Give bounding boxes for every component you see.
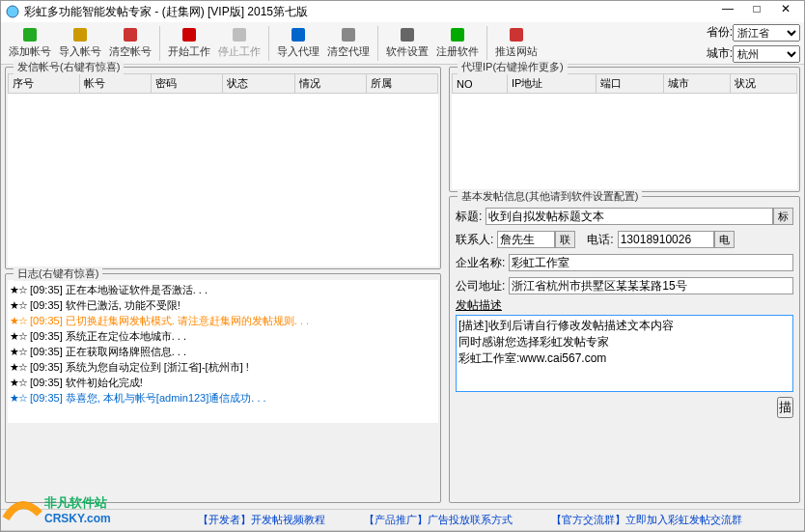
svg-rect-4 <box>182 28 196 42</box>
title-input[interactable] <box>486 208 773 225</box>
svg-rect-5 <box>233 28 246 42</box>
svg-rect-2 <box>73 28 87 42</box>
trashb-icon <box>339 25 358 44</box>
play-icon <box>180 25 199 44</box>
city-select[interactable]: 杭州 <box>733 45 800 63</box>
title-label: 标题: <box>456 209 482 225</box>
log-title: 日志(右键有惊喜) <box>14 266 102 281</box>
acct-col[interactable]: 密码 <box>152 74 223 94</box>
promo-link[interactable]: 【产品推广】广告投放联系方式 <box>364 513 513 527</box>
toolbar-label: 清空帐号 <box>109 44 152 59</box>
acct-col[interactable]: 状态 <box>223 74 294 94</box>
window-title: 彩虹多功能智能发帖专家 - (赶集网) [VIP版] 2015第七版 <box>24 4 713 20</box>
desc-textarea[interactable] <box>456 315 793 392</box>
toolbar-proxy-button[interactable]: 导入代理 <box>273 23 323 64</box>
svg-text:非凡软件站: 非凡软件站 <box>43 495 107 510</box>
addr-label: 公司地址: <box>456 278 505 294</box>
app-icon <box>5 4 20 19</box>
svg-point-0 <box>7 6 18 17</box>
proxy-col[interactable]: 端口 <box>597 74 663 94</box>
toolbar-label: 停止工作 <box>218 44 261 59</box>
log-line: ★☆ [09:35] 软件已激活, 功能不受限! <box>10 297 436 313</box>
desc-btn[interactable]: 描 <box>777 397 793 418</box>
acct-col[interactable]: 帐号 <box>80 74 152 94</box>
toolbar-label: 软件设置 <box>386 44 429 59</box>
log-group: 日志(右键有惊喜) ★☆ [09:35] 正在本地验证软件是否激活. . .★☆… <box>5 273 441 503</box>
tel-btn[interactable]: 电 <box>714 231 735 248</box>
toolbar-clear-button[interactable]: 清空帐号 <box>105 23 155 64</box>
log-line: ★☆ [09:35] 恭喜您, 本机与帐号[admin123]通信成功. . . <box>10 390 436 406</box>
toolbar-register-button[interactable]: 注册软件 <box>432 23 483 64</box>
toolbar-add-button[interactable]: 添加帐号 <box>5 23 55 64</box>
toolbar-label: 清空代理 <box>327 44 370 59</box>
desc-label: 发帖描述 <box>456 297 502 314</box>
svg-rect-9 <box>451 28 464 42</box>
addr-input[interactable] <box>509 277 793 294</box>
contact-label: 联系人: <box>456 232 493 248</box>
tel-label: 电话: <box>587 232 613 248</box>
svg-text:CRSKY.com: CRSKY.com <box>44 512 111 525</box>
acct-col[interactable]: 情况 <box>294 74 366 94</box>
reg-icon <box>448 25 467 44</box>
toolbar-clearproxy-button[interactable]: 清空代理 <box>323 23 374 64</box>
accounts-title: 发信帐号(右键有惊喜) <box>14 60 124 74</box>
log-line: ★☆ [09:35] 软件初始化完成! <box>10 375 436 390</box>
log-line: ★☆ [09:35] 系统为您自动定位到 [浙江省]-[杭州市] ! <box>10 359 436 375</box>
dev-link[interactable]: 【开发者】开发帖视频教程 <box>198 513 325 527</box>
svg-rect-8 <box>401 28 414 42</box>
contact-input[interactable] <box>497 231 555 248</box>
toolbar-import-button[interactable]: 导入帐号 <box>55 23 105 64</box>
minimize-button[interactable]: — <box>713 2 742 21</box>
log-line: ★☆ [09:35] 已切换赶集网发帖模式. 请注意赶集网的发帖规则. . . <box>10 313 436 328</box>
title-bar: 彩虹多功能智能发帖专家 - (赶集网) [VIP版] 2015第七版 — □ ✕ <box>1 1 804 22</box>
proxy-col[interactable]: 状况 <box>730 74 796 94</box>
trash-icon <box>121 25 140 44</box>
proxy-title: 代理IP(右键操作更多) <box>458 60 568 74</box>
proxy-group: 代理IP(右键操作更多) NOIP地址端口城市状况 <box>449 67 800 192</box>
toolbar-label: 导入帐号 <box>59 44 101 59</box>
proxy-col[interactable]: NO <box>453 74 508 94</box>
close-button[interactable]: ✕ <box>771 2 800 21</box>
toolbar-settings-button[interactable]: 软件设置 <box>382 23 432 64</box>
watermark: 非凡软件站CRSKY.com <box>1 490 117 530</box>
group-link[interactable]: 【官方交流群】立即加入彩虹发帖交流群 <box>551 513 742 527</box>
accounts-group: 发信帐号(右键有惊喜) 序号帐号密码状态情况所属 <box>5 67 441 269</box>
plus-icon <box>20 25 40 44</box>
log-line: ★☆ [09:35] 系统正在定位本地城市. . . <box>10 328 436 344</box>
log-line: ★☆ [09:35] 正在本地验证软件是否激活. . . <box>10 282 436 297</box>
company-label: 企业名称: <box>456 255 505 271</box>
acct-col[interactable]: 所属 <box>366 74 437 94</box>
company-input[interactable] <box>509 254 793 271</box>
toolbar: 添加帐号导入帐号清空帐号开始工作停止工作导入代理清空代理软件设置注册软件推送网站… <box>1 22 804 65</box>
post-info-group: 基本发帖信息(其他请到软件设置配置) 标题: 标 联系人: 联 电话: 电 企业… <box>449 196 800 503</box>
tel-input[interactable] <box>618 231 714 248</box>
toolbar-push-button[interactable]: 推送网站 <box>491 23 541 64</box>
push-icon <box>507 25 526 44</box>
log-line: ★☆ [09:35] 正在获取网络牌照信息. . . <box>10 344 436 359</box>
city-label: 城市: <box>707 45 733 62</box>
svg-rect-6 <box>291 28 305 42</box>
footer-links: 【开发者】开发帖视频教程 【产品推广】广告投放联系方式 【官方交流群】立即加入彩… <box>1 509 804 530</box>
proxy-col[interactable]: IP地址 <box>507 74 596 94</box>
toolbar-label: 开始工作 <box>168 44 210 59</box>
proxy-table[interactable]: NOIP地址端口城市状况 <box>452 73 797 94</box>
toolbar-start-button[interactable]: 开始工作 <box>164 23 214 64</box>
svg-rect-10 <box>510 28 523 42</box>
accounts-table[interactable]: 序号帐号密码状态情况所属 <box>8 73 438 94</box>
gear-icon <box>398 25 417 44</box>
province-select[interactable]: 浙江省 <box>733 24 800 42</box>
province-label: 省份: <box>707 24 733 41</box>
stop-icon <box>230 25 249 44</box>
post-info-title: 基本发帖信息(其他请到软件设置配置) <box>458 189 642 204</box>
maximize-button[interactable]: □ <box>742 2 771 21</box>
title-btn[interactable]: 标 <box>773 208 793 225</box>
log-list[interactable]: ★☆ [09:35] 正在本地验证软件是否激活. . .★☆ [09:35] 软… <box>8 280 438 423</box>
svg-rect-1 <box>23 28 37 42</box>
folder-icon <box>70 25 90 44</box>
acct-col[interactable]: 序号 <box>9 74 80 94</box>
toolbar-label: 导入代理 <box>277 44 319 59</box>
contact-btn[interactable]: 联 <box>555 231 575 248</box>
toolbar-label: 添加帐号 <box>9 44 51 59</box>
proxy-col[interactable]: 城市 <box>663 74 730 94</box>
download-icon <box>289 25 308 44</box>
